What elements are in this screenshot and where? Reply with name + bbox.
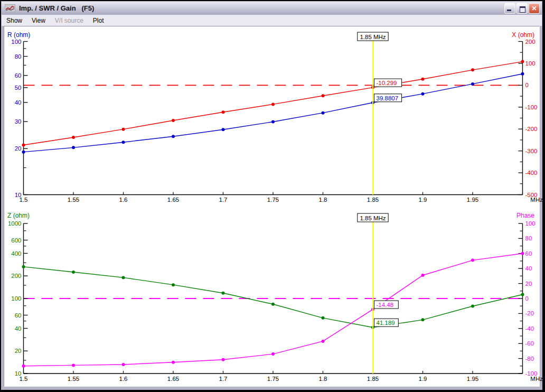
data-point-x [322, 94, 325, 97]
left-axis-tick-label: 1000 [8, 220, 22, 227]
x-axis-tick-label: 1.7 [219, 197, 228, 203]
left-axis-tick-label: 40 [15, 99, 22, 106]
x-axis-tick-label: 1.85 [367, 376, 379, 382]
x-axis-tick-label: 1.65 [167, 197, 179, 203]
data-point-x [172, 119, 175, 122]
data-point-r [22, 151, 25, 154]
x-axis-tick-label: 1.6 [119, 197, 128, 203]
right-axis-tick-label: -40 [525, 325, 534, 332]
data-point-x [222, 110, 225, 114]
right-axis-title: Phase [516, 212, 534, 219]
right-axis-tick-label: 0 [525, 295, 529, 302]
cursor-frequency-label: 1.85 MHz [360, 34, 386, 40]
x-axis-unit-label: MHz [530, 376, 543, 382]
x-axis-tick-label: 1.5 [20, 197, 28, 203]
left-axis-tick-label: 100 [11, 295, 21, 302]
right-axis-tick-label: 60 [525, 250, 532, 257]
right-axis-tick-label: -80 [525, 356, 534, 362]
left-axis-tick-label: 50 [15, 85, 22, 91]
data-point-phase [172, 361, 175, 364]
right-axis-tick-label: 20 [525, 281, 532, 287]
right-axis-tick-label: -400 [525, 170, 538, 176]
cursor-readout-value: -14.48 [377, 302, 394, 308]
x-axis-tick-label: 1.9 [419, 197, 427, 203]
left-axis-title: Z (ohm) [7, 212, 30, 219]
data-point-r [72, 146, 75, 149]
data-point-x [72, 136, 75, 139]
data-point-phase [222, 358, 225, 361]
x-axis-tick-label: 1.75 [267, 197, 279, 203]
x-axis-tick-label: 1.6 [119, 376, 128, 382]
left-axis-tick-label: 600 [11, 237, 21, 244]
right-axis-tick-label: 100 [525, 60, 535, 67]
left-axis-tick-label: 100 [11, 39, 21, 45]
data-point-phase [521, 252, 524, 255]
x-axis-tick-label: 1.65 [167, 376, 179, 382]
data-point-x [421, 78, 425, 81]
x-axis-tick-label: 1.5 [20, 376, 28, 382]
data-point-r [521, 72, 524, 76]
x-axis-tick-label: 1.55 [68, 376, 79, 382]
right-axis-title: X (ohm) [512, 31, 534, 39]
x-axis-tick-label: 1.55 [68, 197, 79, 203]
data-point-z [471, 305, 474, 308]
left-axis-tick-label: 20 [15, 145, 22, 152]
series-line-phase [24, 254, 523, 366]
x-axis-tick-label: 1.8 [319, 376, 327, 382]
right-axis-tick-label: -60 [525, 340, 534, 347]
cursor-readout-value: 39.8807 [377, 95, 399, 101]
x-axis-tick-label: 1.7 [219, 376, 228, 382]
right-axis-tick-label: -200 [525, 126, 538, 132]
x-axis-tick-label: 1.85 [367, 197, 379, 203]
data-point-z [421, 318, 425, 321]
chart-1: 100060040020010060402010100806040200-20-… [7, 212, 543, 382]
right-axis-tick-label: -20 [525, 310, 534, 316]
x-axis-unit-label: MHz [530, 197, 543, 203]
left-axis-tick-label: 30 [15, 118, 22, 125]
cursor-frequency-label: 1.85 MHz [360, 215, 386, 221]
data-point-r [421, 92, 425, 96]
left-axis-tick-label: 400 [11, 250, 21, 257]
left-axis-tick-label: 40 [15, 325, 22, 332]
charts-canvas: 100806050403020102001000-100-200-300-400… [0, 0, 545, 392]
data-point-r [322, 111, 325, 115]
left-axis-title: R (ohm) [7, 31, 30, 39]
data-point-phase [22, 365, 25, 368]
data-point-z [322, 316, 325, 320]
data-point-z [22, 265, 25, 268]
x-axis-tick-label: 1.8 [319, 197, 327, 203]
x-axis-tick-label: 1.9 [419, 376, 427, 382]
left-axis-tick-label: 60 [15, 72, 22, 79]
data-point-x [521, 60, 524, 63]
data-point-x [271, 102, 275, 106]
data-point-z [172, 283, 175, 286]
data-point-r [271, 120, 275, 124]
data-point-x [22, 143, 25, 146]
data-point-z [72, 270, 75, 274]
data-point-x [122, 128, 125, 131]
series-line-z [24, 267, 523, 328]
data-point-x [471, 68, 474, 71]
left-axis-tick-label: 20 [15, 348, 22, 354]
left-axis-tick-label: 200 [11, 273, 21, 279]
data-point-phase [122, 363, 125, 366]
cursor-readout-value: 41.189 [377, 320, 395, 326]
data-point-z [271, 303, 275, 306]
left-axis-tick-label: 80 [15, 53, 22, 60]
right-axis-tick-label: 100 [525, 220, 535, 227]
right-axis-tick-label: -300 [525, 148, 538, 154]
data-point-phase [271, 352, 275, 356]
x-axis-tick-label: 1.75 [267, 376, 279, 382]
data-point-phase [322, 340, 325, 343]
data-point-z [521, 293, 524, 296]
right-axis-tick-label: 0 [525, 82, 529, 88]
x-axis-tick-label: 1.95 [467, 376, 478, 382]
data-point-z [222, 292, 225, 295]
data-point-phase [471, 259, 474, 262]
data-point-r [172, 135, 175, 138]
data-point-phase [421, 274, 425, 277]
x-axis-tick-label: 1.95 [467, 197, 478, 203]
data-point-r [122, 141, 125, 144]
app-window: { "window": { "title": "Imp. / SWR / Gai… [0, 0, 545, 392]
right-axis-tick-label: 200 [525, 39, 535, 45]
